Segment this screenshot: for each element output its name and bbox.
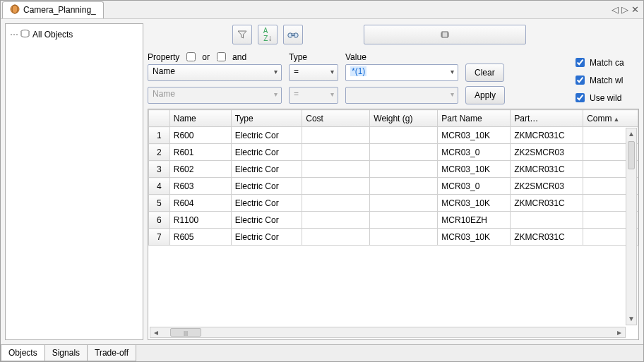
nav-next-icon[interactable]: ▷: [621, 4, 628, 15]
match-whole-check[interactable]: Match wl: [573, 73, 639, 87]
cell-weight[interactable]: [370, 178, 438, 195]
col-name[interactable]: Name: [169, 110, 231, 127]
cell-partnum[interactable]: [511, 212, 583, 229]
table-row[interactable]: 7R605Electric CorMCR03_10KZKMCR031C: [149, 229, 638, 246]
col-rownum[interactable]: [149, 110, 170, 127]
table-row[interactable]: 3R602Electric CorMCR03_10KZKMCR031C: [149, 161, 638, 178]
clear-button[interactable]: Clear: [465, 64, 504, 82]
close-icon[interactable]: ✕: [631, 4, 639, 15]
cell-partname[interactable]: MCR03_10K: [438, 161, 511, 178]
cell-partnum[interactable]: ZKMCR031C: [511, 127, 583, 144]
use-wild-checkbox[interactable]: [576, 93, 585, 102]
cell-type[interactable]: Electric Cor: [231, 178, 302, 195]
cell-partnum[interactable]: ZK2SMCR03: [511, 178, 583, 195]
cell-cost[interactable]: [302, 127, 370, 144]
cell-name[interactable]: R1100: [169, 212, 231, 229]
col-cost[interactable]: Cost: [302, 110, 370, 127]
cell-name[interactable]: R603: [169, 178, 231, 195]
cell-weight[interactable]: [370, 212, 438, 229]
cell-cost[interactable]: [302, 144, 370, 161]
cell-name[interactable]: R601: [169, 144, 231, 161]
col-partnum[interactable]: Part…: [511, 110, 583, 127]
and-checkbox[interactable]: [217, 52, 226, 61]
table-header-row: Name Type Cost Weight (g) Part Name Part…: [149, 110, 638, 127]
value-combo-2[interactable]: [345, 87, 458, 104]
cell-partname[interactable]: MCR03_10K: [438, 229, 511, 246]
sort-button[interactable]: AZ↓: [258, 25, 278, 44]
cell-partname[interactable]: MCR03_0: [438, 144, 511, 161]
table-row[interactable]: 6R1100Electric CorMCR10EZH: [149, 212, 638, 229]
cell-name[interactable]: R604: [169, 195, 231, 212]
cell-weight[interactable]: [370, 144, 438, 161]
cell-type[interactable]: Electric Cor: [231, 144, 302, 161]
or-checkbox[interactable]: [186, 52, 196, 61]
cell-cost[interactable]: [302, 161, 370, 178]
cell-partname[interactable]: MCR03_10K: [438, 127, 511, 144]
use-wild-check[interactable]: Use wild: [573, 91, 639, 104]
hscroll-thumb[interactable]: |||: [170, 328, 201, 337]
table-row[interactable]: 5R604Electric CorMCR03_10KZKMCR031C: [149, 195, 638, 212]
match-whole-checkbox[interactable]: [576, 76, 585, 85]
cell-type[interactable]: Electric Cor: [231, 161, 302, 178]
tree-root[interactable]: ⋯ All Objects: [8, 28, 140, 41]
tab-tradeoff[interactable]: Trade-off: [87, 345, 136, 361]
type-combo-2[interactable]: =: [289, 87, 338, 104]
value-combo[interactable]: *(1): [345, 64, 458, 81]
cell-partnum[interactable]: ZK2SMCR03: [511, 144, 583, 161]
cell-weight[interactable]: [370, 229, 438, 246]
scroll-right-icon[interactable]: ▸: [614, 327, 625, 337]
cell-name[interactable]: R600: [169, 127, 231, 144]
table-row[interactable]: 2R601Electric CorMCR03_0ZK2SMCR03: [149, 144, 638, 161]
table-row[interactable]: 1R600Electric CorMCR03_10KZKMCR031C: [149, 127, 638, 144]
cell-partnum[interactable]: ZKMCR031C: [511, 195, 583, 212]
property-combo-2[interactable]: Name: [148, 87, 282, 104]
cell-cost[interactable]: [302, 212, 370, 229]
horizontal-scrollbar[interactable]: ◂ ||| ▸: [150, 327, 626, 338]
col-type[interactable]: Type: [231, 110, 302, 127]
match-case-check[interactable]: Match ca: [573, 56, 639, 69]
property-combo[interactable]: Name: [148, 64, 282, 81]
find-button[interactable]: [283, 25, 303, 44]
col-weight[interactable]: Weight (g): [370, 110, 438, 127]
cell-partnum[interactable]: ZKMCR031C: [511, 161, 583, 178]
cell-cost[interactable]: [302, 229, 370, 246]
cell-type[interactable]: Electric Cor: [231, 229, 302, 246]
cell-weight[interactable]: [370, 161, 438, 178]
cell-type[interactable]: Electric Cor: [231, 212, 302, 229]
property-combo-value: Name: [153, 66, 175, 76]
cell-cost[interactable]: [302, 178, 370, 195]
scroll-up-icon[interactable]: ▲: [626, 128, 636, 140]
cell-weight[interactable]: [370, 127, 438, 144]
nav-prev-icon[interactable]: ◁: [612, 4, 619, 15]
cell-name[interactable]: R602: [169, 161, 231, 178]
apply-button[interactable]: Apply: [465, 86, 505, 104]
scroll-down-icon[interactable]: ▼: [626, 313, 636, 325]
cell-name[interactable]: R605: [169, 229, 231, 246]
tab-objects[interactable]: Objects: [1, 345, 45, 361]
vertical-scrollbar[interactable]: ▲ ▼: [626, 128, 637, 325]
scroll-left-icon[interactable]: ◂: [150, 327, 162, 337]
match-case-label: Match ca: [590, 58, 624, 68]
window-tab[interactable]: Camera_Planning_: [2, 1, 104, 18]
cell-weight[interactable]: [370, 195, 438, 212]
table-row[interactable]: 4R603Electric CorMCR03_0ZK2SMCR03: [149, 178, 638, 195]
tab-signals[interactable]: Signals: [44, 345, 88, 361]
apply-button-label: Apply: [475, 90, 496, 100]
chip-button[interactable]: [364, 25, 526, 44]
cell-cost[interactable]: [302, 195, 370, 212]
cell-partname[interactable]: MCR03_10K: [438, 195, 511, 212]
col-comm[interactable]: Comm▲: [583, 110, 638, 127]
row-number: 5: [149, 195, 170, 212]
match-case-checkbox[interactable]: [576, 58, 585, 67]
vscroll-thumb[interactable]: [628, 141, 635, 169]
filter-button[interactable]: [232, 25, 252, 44]
col-partname[interactable]: Part Name: [438, 110, 511, 127]
row-number: 3: [149, 161, 170, 178]
cell-partnum[interactable]: ZKMCR031C: [511, 229, 583, 246]
type-combo[interactable]: =: [289, 64, 338, 81]
cell-partname[interactable]: MCR10EZH: [438, 212, 511, 229]
type-combo-value: =: [294, 66, 299, 76]
cell-partname[interactable]: MCR03_0: [438, 178, 511, 195]
cell-type[interactable]: Electric Cor: [231, 127, 302, 144]
cell-type[interactable]: Electric Cor: [231, 195, 302, 212]
